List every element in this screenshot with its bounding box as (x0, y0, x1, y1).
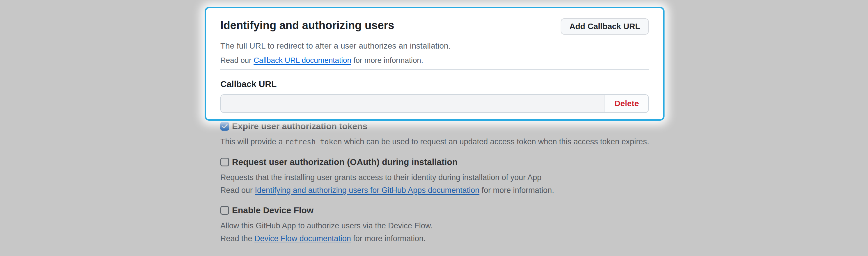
desc-prefix: This will provide a (220, 137, 285, 146)
option-request-oauth: Request user authorization (OAuth) durin… (220, 157, 663, 195)
device-flow-description: Allow this GitHub App to authorize users… (220, 221, 663, 231)
docs-prefix: Read our (220, 186, 255, 195)
page-title: Identifying and authorizing users (220, 18, 394, 32)
request-oauth-row: Request user authorization (OAuth) durin… (220, 157, 663, 167)
identifying-authorizing-users-docs-link[interactable]: Identifying and authorizing users for Gi… (255, 186, 479, 195)
callback-url-input[interactable] (221, 95, 604, 112)
option-device-flow: Enable Device Flow Allow this GitHub App… (220, 205, 663, 244)
desc-suffix: which can be used to request an updated … (342, 137, 649, 146)
option-expire-tokens: Expire user authorization tokens This wi… (220, 121, 663, 147)
expire-tokens-label[interactable]: Expire user authorization tokens (232, 121, 367, 132)
docs-prefix: Read the (220, 234, 254, 243)
device-flow-row: Enable Device Flow (220, 205, 663, 216)
callback-docs-line: Read our Callback URL documentation for … (220, 55, 649, 65)
device-flow-docs-line: Read the Device Flow documentation for m… (220, 233, 663, 244)
callback-url-documentation-link[interactable]: Callback URL documentation (253, 56, 351, 65)
identifying-authorizing-users-card: Identifying and authorizing users Add Ca… (205, 7, 664, 121)
device-flow-label[interactable]: Enable Device Flow (232, 205, 313, 216)
refresh-token-code: refresh_token (285, 137, 342, 146)
docs-prefix: Read our (220, 56, 253, 65)
docs-suffix: for more information. (351, 234, 426, 243)
expire-tokens-description: This will provide a refresh_token which … (220, 136, 663, 147)
callback-url-field-label: Callback URL (220, 78, 649, 90)
request-oauth-description: Requests that the installing user grants… (220, 172, 663, 183)
docs-suffix: for more information. (351, 56, 423, 65)
request-oauth-checkbox[interactable] (220, 158, 229, 166)
authorization-options: Expire user authorization tokens This wi… (220, 121, 663, 244)
expire-tokens-checkbox[interactable] (220, 122, 229, 131)
docs-suffix: for more information. (479, 186, 554, 195)
card-description: The full URL to redirect to after a user… (220, 41, 649, 51)
request-oauth-label[interactable]: Request user authorization (OAuth) durin… (232, 157, 458, 167)
callback-url-input-group: Delete (220, 94, 649, 113)
device-flow-checkbox[interactable] (220, 206, 229, 215)
add-callback-url-button[interactable]: Add Callback URL (561, 18, 649, 35)
checkmark-icon (222, 124, 228, 129)
card-divider (220, 69, 649, 70)
request-oauth-docs-line: Read our Identifying and authorizing use… (220, 185, 663, 195)
card-header: Identifying and authorizing users Add Ca… (220, 18, 649, 35)
device-flow-documentation-link[interactable]: Device Flow documentation (254, 234, 351, 243)
delete-callback-url-button[interactable]: Delete (604, 95, 648, 112)
expire-tokens-row: Expire user authorization tokens (220, 121, 663, 132)
